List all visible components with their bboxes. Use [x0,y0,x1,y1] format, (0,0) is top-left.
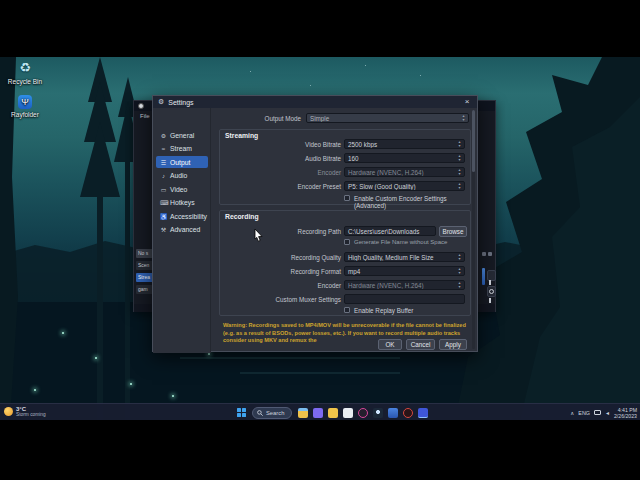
firefly [172,395,174,397]
audio-bitrate-input[interactable]: 160 [344,153,465,163]
firefly [62,332,64,334]
spinner-arrows-icon[interactable] [456,154,463,162]
search-input[interactable]: Search [252,407,292,419]
output-icon: ☰ [160,159,167,166]
tray-date: 2/26/2023 [614,413,637,419]
app-icon-pink-ring[interactable] [358,408,368,418]
video-bitrate-input[interactable]: 2500 kbps [344,139,465,149]
weather-widget[interactable]: 3°C Storm coming [4,406,46,417]
letterbox-bottom [0,420,640,480]
file-explorer-icon[interactable] [298,408,308,418]
desktop-icon-recycle-bin[interactable]: ♻ Recycle Bin [2,60,48,85]
pause-button[interactable] [487,270,496,281]
dropdown-arrows-icon[interactable] [456,168,463,176]
recording-path-input[interactable]: C:\Users\user\Downloads [344,226,436,236]
desktop-icon-label: Recycle Bin [8,78,42,85]
settings-nav: ⚙General ≈Stream ☰Output ♪Audio ▭Video ⌨… [153,108,211,353]
app-icon-purple[interactable] [313,408,323,418]
nav-video[interactable]: ▭Video [156,183,208,195]
search-placeholder: Search [266,410,284,416]
firefly [208,353,210,355]
star [310,85,311,86]
app-icon-blue[interactable] [388,408,398,418]
obs-logo-icon [138,103,144,109]
dock-item[interactable]: No s [136,249,153,258]
dock-item-selected[interactable]: Strea [136,273,153,282]
folder-icon[interactable] [328,408,338,418]
custom-encoder-checkbox-label: Enable Custom Encoder Settings (Advanced… [354,195,477,209]
dock-gear-icon[interactable] [488,252,492,256]
output-mode-label: Output Mode [193,115,301,122]
custom-encoder-checkbox[interactable] [344,195,350,201]
gear-icon: ⚙ [160,132,167,139]
nav-audio[interactable]: ♪Audio [156,170,208,182]
recording-encoder-label: Encoder [219,282,341,289]
dropdown-arrows-icon[interactable] [460,114,467,122]
dropdown-arrows-icon[interactable] [456,267,463,275]
settings-dialog: ⚙ Settings × ⚙General ≈Stream ☰Output ♪A… [152,95,478,352]
volume-icon[interactable]: ◄ [605,410,610,416]
dock-item[interactable]: gam [136,285,153,294]
spinner-arrows-icon[interactable] [456,140,463,148]
obs-taskbar-icon[interactable] [418,408,428,418]
recording-encoder-select[interactable]: Hardware (NVENC, H.264) [344,280,465,290]
dock-item[interactable]: Scen [136,261,153,270]
scrollbar-thumb[interactable] [472,110,475,172]
firefly [95,357,97,359]
tools-icon: ⚒ [160,226,167,233]
nav-output[interactable]: ☰Output [156,156,208,168]
screen: ♻ Recycle Bin Ψ Rayfolder File No s Scen… [0,0,640,480]
app-icon-red-ring[interactable] [403,408,413,418]
dropdown-arrows-icon[interactable] [456,281,463,289]
language-indicator[interactable]: ENG [578,410,590,416]
letterbox-top [0,0,640,57]
nav-hotkeys[interactable]: ⌨Hotkeys [156,197,208,209]
start-button[interactable] [237,408,247,418]
menu-file[interactable]: File [140,113,150,119]
record-stop-button[interactable] [487,286,496,297]
desktop-icon-rayfolder[interactable]: Ψ Rayfolder [2,95,48,118]
taskbar: 3°C Storm coming Search ∧ ENG ◄ 4:41 PM … [0,403,640,420]
nav-advanced[interactable]: ⚒Advanced [156,224,208,236]
encoder-preset-select[interactable]: P5: Slow (Good Quality) [344,181,465,191]
tray-chevron-icon[interactable]: ∧ [570,410,574,416]
nav-general[interactable]: ⚙General [156,129,208,141]
recording-quality-select[interactable]: High Quality, Medium File Size [344,252,465,262]
weather-desc: Storm coming [16,412,46,417]
dock-gear-icon[interactable] [482,252,486,256]
volume-meter [482,268,485,285]
monitor-icon: ▭ [160,186,167,193]
display-icon[interactable] [594,410,601,415]
firefly [34,389,36,391]
settings-titlebar[interactable]: ⚙ Settings × [153,96,477,108]
browse-button[interactable]: Browse [439,226,467,237]
search-icon [257,410,263,416]
stream-encoder-select[interactable]: Hardware (NVENC, H.264) [344,167,465,177]
replay-buffer-checkbox[interactable] [344,307,350,313]
recording-path-label: Recording Path [219,228,341,235]
recording-header: Recording [225,213,259,220]
encoder-preset-label: Encoder Preset [219,183,341,190]
dropdown-arrows-icon[interactable] [456,253,463,261]
recording-format-select[interactable]: mp4 [344,266,465,276]
steam-icon[interactable] [373,408,383,418]
nav-accessibility[interactable]: ♿Accessibility [156,210,208,222]
nav-stream[interactable]: ≈Stream [156,143,208,155]
dropdown-arrows-icon[interactable] [456,182,463,190]
clock[interactable]: 4:41 PM 2/26/2023 [614,407,637,419]
keyboard-icon: ⌨ [160,199,167,206]
cancel-button[interactable]: Cancel [406,339,435,350]
output-mode-select[interactable]: Simple [306,113,469,123]
apply-button[interactable]: Apply [439,339,467,350]
rayfolder-app-icon: Ψ [18,95,32,109]
accessibility-icon: ♿ [160,213,167,220]
desktop-icon-label: Rayfolder [11,111,39,118]
ok-button[interactable]: OK [378,339,402,350]
tray-time: 4:41 PM [614,407,637,413]
custom-muxer-input[interactable] [344,294,465,304]
settings-scrollbar[interactable] [472,110,475,349]
app-icon-white[interactable] [343,408,353,418]
close-icon[interactable]: × [461,96,473,108]
generate-filename-checkbox[interactable] [344,239,350,245]
recycle-bin-icon: ♻ [18,60,33,76]
